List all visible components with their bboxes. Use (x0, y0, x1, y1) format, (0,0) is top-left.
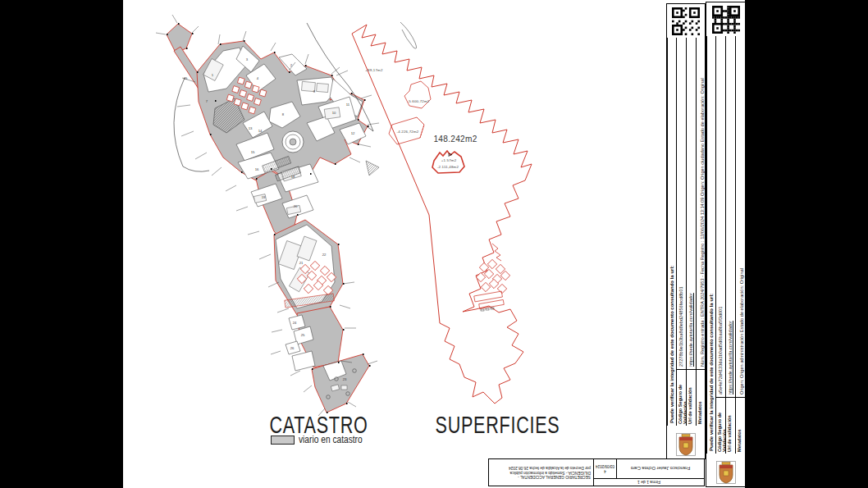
url-label: Url de validación (726, 397, 735, 454)
metadata-label: Metadatos (697, 369, 705, 426)
csv-label: Código Seguro de Validación (716, 397, 725, 454)
coat-of-arms (676, 433, 696, 456)
office-diligencia: SECRETARIO GENERAL ACCIDENTAL - DILIGENC… (489, 459, 593, 486)
signature-block: Firma 1 de 1 Francisco Javier Ochoa Caro… (488, 458, 705, 486)
metadata-value: Núm. Registro entrada : ENTRA 2024/7953 … (697, 38, 705, 369)
verify-text: Puede verificar la integridad de este do… (707, 36, 716, 454)
csv-value: a5e4e72d4133da1b0ad5d6baa8ba5f3d601 (716, 36, 725, 397)
metadata-label: Metadatos (736, 397, 745, 454)
validation-strip-2: Puede verificar la integridad de este do… (706, 2, 746, 487)
coat-of-arms (716, 461, 736, 484)
total-area-label: 148.242m2 (425, 134, 486, 144)
superficies-title: SUPERFICIES (436, 411, 539, 439)
legend: viario en catastro (271, 434, 373, 445)
qr-pattern (672, 7, 700, 35)
metadata-value: Origen: Origen administración Estado de … (736, 36, 745, 397)
qr-code (712, 6, 740, 34)
paper-sheet (123, 0, 745, 488)
validation-strip-2-body: Puede verificar la integridad de este do… (706, 36, 745, 458)
firma-count: Firma 1 de 1 (594, 478, 704, 486)
qr-code (672, 7, 700, 35)
signature-number: 4 (604, 469, 606, 474)
validation-url-link[interactable]: https://sede.aytotarifa.com/validador (687, 38, 696, 369)
validation-url-link[interactable]: https://sede.aytotarifa.com/validador (726, 36, 735, 397)
office-line: SECRETARIO GENERAL ACCIDENTAL - (491, 475, 591, 480)
office-line: DILIGENCIA.- Sometido a información públ… (491, 470, 591, 475)
viario-swatch (271, 436, 295, 445)
signer-name: Francisco Javier Ochoa Caro (617, 459, 704, 478)
scanned-plan-page: 3517342911813141012151618192021222425262… (0, 0, 868, 488)
office-line: por Decreto de la Alcaldía de fecha 26.0… (491, 466, 591, 471)
verify-text: Puede verificar la integridad de este do… (668, 38, 677, 426)
csv-label: Código Seguro de Validación (677, 369, 686, 426)
qr-pattern (712, 6, 740, 34)
signature-date-cell: 4 03/09/2024 (594, 459, 617, 478)
csv-value: 27278b9e1b3ba8d8ebd24856fecd8b01 (677, 38, 686, 369)
signature-date: 03/09/2024 (596, 464, 614, 469)
validation-strip-1: Puede verificar la integridad de este do… (666, 3, 706, 459)
validation-strip-1-body: Puede verificar la integridad de este do… (667, 38, 705, 431)
url-label: Url de validación (687, 369, 696, 426)
legend-label: viario en catastro (299, 434, 363, 445)
